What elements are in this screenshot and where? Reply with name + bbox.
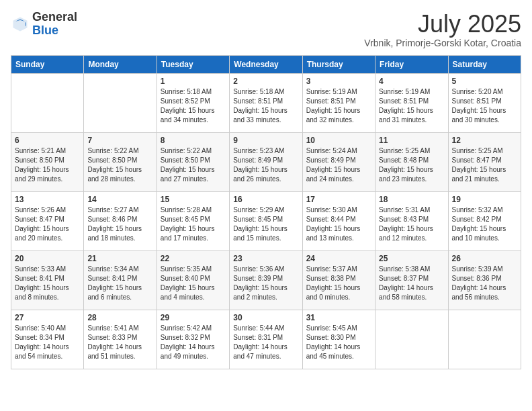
calendar-cell: 22Sunrise: 5:35 AM Sunset: 8:40 PM Dayli… <box>157 250 229 310</box>
calendar-cell: 31Sunrise: 5:45 AM Sunset: 8:30 PM Dayli… <box>302 310 375 369</box>
calendar-cell: 18Sunrise: 5:31 AM Sunset: 8:43 PM Dayli… <box>375 191 448 250</box>
week-row-4: 20Sunrise: 5:33 AM Sunset: 8:41 PM Dayli… <box>11 250 521 310</box>
day-number: 10 <box>306 136 371 145</box>
day-number: 23 <box>233 254 298 263</box>
calendar-cell: 28Sunrise: 5:41 AM Sunset: 8:33 PM Dayli… <box>84 310 157 369</box>
day-number: 24 <box>306 254 371 263</box>
logo-general: General <box>32 10 77 24</box>
column-header-saturday: Saturday <box>448 55 521 73</box>
header-row: SundayMondayTuesdayWednesdayThursdayFrid… <box>11 55 521 73</box>
page-header: General Blue July 2025 Vrbnik, Primorje-… <box>11 11 521 48</box>
location: Vrbnik, Primorje-Gorski Kotar, Croatia <box>364 38 521 48</box>
cell-text: Sunrise: 5:45 AM Sunset: 8:30 PM Dayligh… <box>306 324 371 361</box>
calendar-cell: 27Sunrise: 5:40 AM Sunset: 8:34 PM Dayli… <box>11 310 84 369</box>
week-row-3: 13Sunrise: 5:26 AM Sunset: 8:47 PM Dayli… <box>11 191 521 250</box>
calendar-cell: 3Sunrise: 5:19 AM Sunset: 8:51 PM Daylig… <box>302 73 375 132</box>
calendar-cell <box>448 310 521 369</box>
calendar-cell: 17Sunrise: 5:30 AM Sunset: 8:44 PM Dayli… <box>302 191 375 250</box>
column-header-tuesday: Tuesday <box>157 55 229 73</box>
cell-text: Sunrise: 5:21 AM Sunset: 8:50 PM Dayligh… <box>15 146 80 184</box>
day-number: 17 <box>306 195 371 204</box>
day-number: 31 <box>306 313 371 322</box>
calendar-cell: 9Sunrise: 5:23 AM Sunset: 8:49 PM Daylig… <box>230 132 302 191</box>
month-title: July 2025 <box>364 11 521 38</box>
calendar-cell: 20Sunrise: 5:33 AM Sunset: 8:41 PM Dayli… <box>11 250 84 310</box>
week-row-1: 1Sunrise: 5:18 AM Sunset: 8:52 PM Daylig… <box>11 73 521 132</box>
cell-text: Sunrise: 5:34 AM Sunset: 8:41 PM Dayligh… <box>87 265 152 302</box>
calendar-cell: 12Sunrise: 5:25 AM Sunset: 8:47 PM Dayli… <box>448 132 521 191</box>
cell-text: Sunrise: 5:37 AM Sunset: 8:38 PM Dayligh… <box>306 265 371 302</box>
logo-blue: Blue <box>32 24 58 37</box>
cell-text: Sunrise: 5:24 AM Sunset: 8:49 PM Dayligh… <box>306 146 371 184</box>
cell-text: Sunrise: 5:38 AM Sunset: 8:37 PM Dayligh… <box>379 265 444 302</box>
day-number: 2 <box>233 77 298 86</box>
day-number: 5 <box>452 77 517 86</box>
title-block: July 2025 Vrbnik, Primorje-Gorski Kotar,… <box>364 11 521 48</box>
cell-text: Sunrise: 5:44 AM Sunset: 8:31 PM Dayligh… <box>233 324 298 361</box>
cell-text: Sunrise: 5:32 AM Sunset: 8:42 PM Dayligh… <box>452 205 517 243</box>
day-number: 16 <box>233 195 298 204</box>
cell-text: Sunrise: 5:20 AM Sunset: 8:51 PM Dayligh… <box>452 87 517 125</box>
calendar-cell: 11Sunrise: 5:25 AM Sunset: 8:48 PM Dayli… <box>375 132 448 191</box>
day-number: 14 <box>87 195 152 204</box>
cell-text: Sunrise: 5:19 AM Sunset: 8:51 PM Dayligh… <box>306 87 371 125</box>
calendar-cell: 26Sunrise: 5:39 AM Sunset: 8:36 PM Dayli… <box>448 250 521 310</box>
calendar-cell: 24Sunrise: 5:37 AM Sunset: 8:38 PM Dayli… <box>302 250 375 310</box>
calendar-cell: 10Sunrise: 5:24 AM Sunset: 8:49 PM Dayli… <box>302 132 375 191</box>
cell-text: Sunrise: 5:18 AM Sunset: 8:52 PM Dayligh… <box>161 87 226 125</box>
cell-text: Sunrise: 5:41 AM Sunset: 8:33 PM Dayligh… <box>87 324 152 361</box>
cell-text: Sunrise: 5:36 AM Sunset: 8:39 PM Dayligh… <box>233 265 298 302</box>
calendar-cell: 16Sunrise: 5:29 AM Sunset: 8:45 PM Dayli… <box>230 191 302 250</box>
day-number: 8 <box>161 136 226 145</box>
column-header-friday: Friday <box>375 55 448 73</box>
cell-text: Sunrise: 5:18 AM Sunset: 8:51 PM Dayligh… <box>233 87 298 125</box>
calendar-cell: 8Sunrise: 5:22 AM Sunset: 8:50 PM Daylig… <box>157 132 229 191</box>
cell-text: Sunrise: 5:26 AM Sunset: 8:47 PM Dayligh… <box>15 205 80 243</box>
day-number: 28 <box>87 313 152 322</box>
cell-text: Sunrise: 5:28 AM Sunset: 8:45 PM Dayligh… <box>161 205 226 243</box>
day-number: 1 <box>161 77 226 86</box>
cell-text: Sunrise: 5:27 AM Sunset: 8:46 PM Dayligh… <box>87 205 152 243</box>
cell-text: Sunrise: 5:29 AM Sunset: 8:45 PM Dayligh… <box>233 205 298 243</box>
day-number: 20 <box>15 254 80 263</box>
day-number: 6 <box>15 136 80 145</box>
cell-text: Sunrise: 5:22 AM Sunset: 8:50 PM Dayligh… <box>87 146 152 184</box>
calendar-cell: 29Sunrise: 5:42 AM Sunset: 8:32 PM Dayli… <box>157 310 229 369</box>
calendar-cell <box>84 73 157 132</box>
calendar-cell: 6Sunrise: 5:21 AM Sunset: 8:50 PM Daylig… <box>11 132 84 191</box>
day-number: 22 <box>161 254 226 263</box>
calendar-cell: 14Sunrise: 5:27 AM Sunset: 8:46 PM Dayli… <box>84 191 157 250</box>
calendar-cell: 7Sunrise: 5:22 AM Sunset: 8:50 PM Daylig… <box>84 132 157 191</box>
calendar-cell: 5Sunrise: 5:20 AM Sunset: 8:51 PM Daylig… <box>448 73 521 132</box>
calendar-cell: 25Sunrise: 5:38 AM Sunset: 8:37 PM Dayli… <box>375 250 448 310</box>
day-number: 21 <box>87 254 152 263</box>
calendar-cell: 1Sunrise: 5:18 AM Sunset: 8:52 PM Daylig… <box>157 73 229 132</box>
logo-icon <box>11 15 30 34</box>
cell-text: Sunrise: 5:42 AM Sunset: 8:32 PM Dayligh… <box>161 324 226 361</box>
cell-text: Sunrise: 5:19 AM Sunset: 8:51 PM Dayligh… <box>379 87 444 125</box>
cell-text: Sunrise: 5:35 AM Sunset: 8:40 PM Dayligh… <box>161 265 226 302</box>
calendar-cell: 15Sunrise: 5:28 AM Sunset: 8:45 PM Dayli… <box>157 191 229 250</box>
day-number: 27 <box>15 313 80 322</box>
day-number: 4 <box>379 77 444 86</box>
calendar-cell <box>375 310 448 369</box>
day-number: 13 <box>15 195 80 204</box>
cell-text: Sunrise: 5:25 AM Sunset: 8:48 PM Dayligh… <box>379 146 444 184</box>
cell-text: Sunrise: 5:40 AM Sunset: 8:34 PM Dayligh… <box>15 324 80 361</box>
column-header-monday: Monday <box>84 55 157 73</box>
calendar-cell: 13Sunrise: 5:26 AM Sunset: 8:47 PM Dayli… <box>11 191 84 250</box>
day-number: 29 <box>161 313 226 322</box>
day-number: 18 <box>379 195 444 204</box>
cell-text: Sunrise: 5:25 AM Sunset: 8:47 PM Dayligh… <box>452 146 517 184</box>
calendar-cell: 30Sunrise: 5:44 AM Sunset: 8:31 PM Dayli… <box>230 310 302 369</box>
day-number: 26 <box>452 254 517 263</box>
day-number: 11 <box>379 136 444 145</box>
day-number: 30 <box>233 313 298 322</box>
week-row-2: 6Sunrise: 5:21 AM Sunset: 8:50 PM Daylig… <box>11 132 521 191</box>
calendar-cell: 2Sunrise: 5:18 AM Sunset: 8:51 PM Daylig… <box>230 73 302 132</box>
calendar-cell <box>11 73 84 132</box>
cell-text: Sunrise: 5:23 AM Sunset: 8:49 PM Dayligh… <box>233 146 298 184</box>
cell-text: Sunrise: 5:22 AM Sunset: 8:50 PM Dayligh… <box>161 146 226 184</box>
svg-marker-0 <box>13 17 28 31</box>
logo-text: General Blue <box>32 11 77 38</box>
